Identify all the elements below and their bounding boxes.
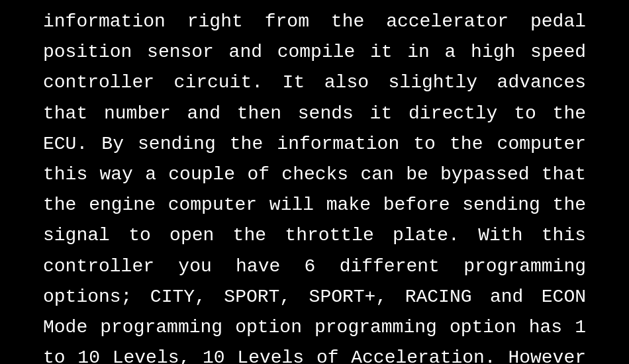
main-text-block: information right from the accelerator p…	[0, 0, 629, 364]
